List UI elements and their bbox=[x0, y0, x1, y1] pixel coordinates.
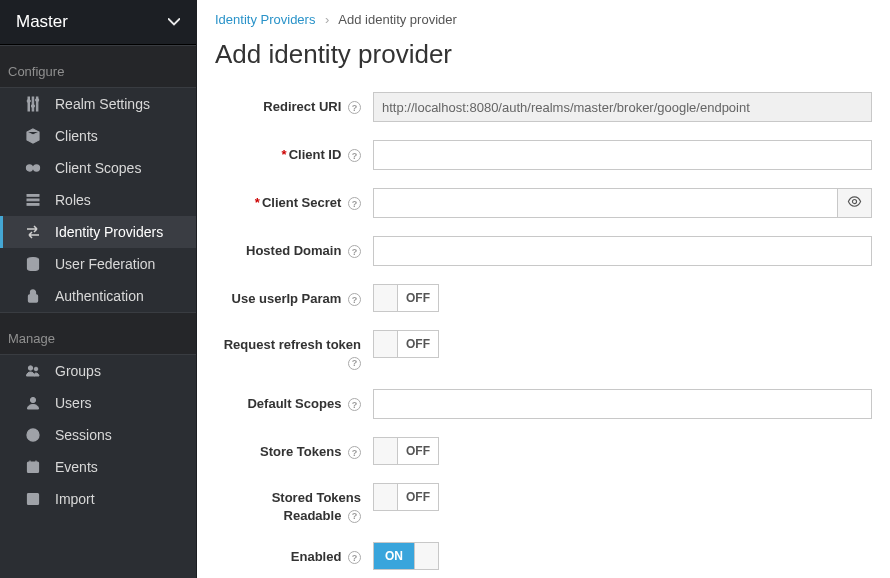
page-title: Add identity provider bbox=[215, 39, 872, 70]
calendar-icon bbox=[25, 459, 41, 475]
sidebar-item-client-scopes[interactable]: Client Scopes bbox=[0, 152, 196, 184]
use-userip-toggle[interactable]: OFF bbox=[373, 284, 439, 312]
enabled-toggle[interactable]: ON bbox=[373, 542, 439, 570]
redirect-uri-input[interactable] bbox=[373, 92, 872, 122]
svg-point-7 bbox=[34, 165, 40, 171]
group-icon bbox=[25, 363, 41, 379]
user-icon bbox=[25, 395, 41, 411]
main-content: Identity Providers › Add identity provid… bbox=[197, 0, 890, 578]
toggle-knob bbox=[374, 285, 398, 311]
lock-icon bbox=[25, 288, 41, 304]
sidebar-item-label: Users bbox=[55, 395, 92, 411]
svg-rect-12 bbox=[29, 295, 38, 302]
toggle-knob bbox=[374, 331, 398, 357]
sidebar-item-roles[interactable]: Roles bbox=[0, 184, 196, 216]
section-manage-title: Manage bbox=[0, 312, 196, 355]
sidebar-item-realm-settings[interactable]: Realm Settings bbox=[0, 88, 196, 120]
sidebar-item-label: Authentication bbox=[55, 288, 144, 304]
exchange-icon bbox=[25, 224, 41, 240]
help-icon[interactable]: ? bbox=[348, 149, 361, 162]
toggle-knob bbox=[374, 484, 398, 510]
database-icon bbox=[25, 256, 41, 272]
reveal-secret-button[interactable] bbox=[838, 188, 872, 218]
client-secret-input[interactable] bbox=[373, 188, 838, 218]
sidebar-item-label: Import bbox=[55, 491, 95, 507]
svg-rect-10 bbox=[27, 204, 39, 206]
toggle-knob bbox=[414, 543, 438, 569]
toggle-state: OFF bbox=[398, 331, 438, 357]
svg-point-6 bbox=[27, 165, 33, 171]
sidebar-item-user-federation[interactable]: User Federation bbox=[0, 248, 196, 280]
help-icon[interactable]: ? bbox=[348, 357, 361, 370]
sidebar-item-label: Identity Providers bbox=[55, 224, 163, 240]
sidebar: Master Configure Realm Settings Clients … bbox=[0, 0, 197, 578]
toggle-state: OFF bbox=[398, 484, 438, 510]
svg-rect-9 bbox=[27, 199, 39, 201]
svg-rect-8 bbox=[27, 195, 39, 197]
breadcrumb-current: Add identity provider bbox=[338, 12, 457, 27]
breadcrumb-parent-link[interactable]: Identity Providers bbox=[215, 12, 315, 27]
realm-name: Master bbox=[16, 12, 68, 32]
sidebar-item-identity-providers[interactable]: Identity Providers bbox=[0, 216, 196, 248]
sidebar-item-groups[interactable]: Groups bbox=[0, 355, 196, 387]
sidebar-item-import[interactable]: Import bbox=[0, 483, 196, 515]
help-icon[interactable]: ? bbox=[348, 551, 361, 564]
sidebar-item-label: Events bbox=[55, 459, 98, 475]
sidebar-item-label: Roles bbox=[55, 192, 91, 208]
svg-rect-17 bbox=[28, 462, 39, 473]
svg-point-13 bbox=[28, 366, 32, 370]
help-icon[interactable]: ? bbox=[348, 245, 361, 258]
breadcrumb-separator: › bbox=[325, 12, 329, 27]
help-icon[interactable]: ? bbox=[348, 398, 361, 411]
request-refresh-toggle[interactable]: OFF bbox=[373, 330, 439, 358]
hosted-domain-label: Hosted Domain ? bbox=[215, 236, 373, 260]
sidebar-item-label: User Federation bbox=[55, 256, 155, 272]
toggle-knob bbox=[374, 438, 398, 464]
sidebar-item-users[interactable]: Users bbox=[0, 387, 196, 419]
sidebar-item-label: Groups bbox=[55, 363, 101, 379]
svg-point-4 bbox=[31, 104, 34, 107]
sidebar-item-label: Sessions bbox=[55, 427, 112, 443]
store-tokens-label: Store Tokens ? bbox=[215, 437, 373, 461]
scopes-icon bbox=[25, 160, 41, 176]
client-secret-label: *Client Secret ? bbox=[215, 188, 373, 212]
realm-selector[interactable]: Master bbox=[0, 0, 196, 45]
toggle-state: OFF bbox=[398, 285, 438, 311]
sidebar-item-clients[interactable]: Clients bbox=[0, 120, 196, 152]
svg-point-15 bbox=[30, 397, 35, 402]
stored-tokens-readable-label: Stored Tokens Readable ? bbox=[215, 483, 373, 524]
help-icon[interactable]: ? bbox=[348, 101, 361, 114]
client-id-input[interactable] bbox=[373, 140, 872, 170]
svg-point-5 bbox=[36, 98, 39, 101]
eye-icon bbox=[847, 194, 862, 212]
svg-point-14 bbox=[34, 367, 38, 371]
help-icon[interactable]: ? bbox=[348, 510, 361, 523]
sidebar-item-label: Realm Settings bbox=[55, 96, 150, 112]
cube-icon bbox=[25, 128, 41, 144]
svg-point-19 bbox=[852, 199, 856, 203]
store-tokens-toggle[interactable]: OFF bbox=[373, 437, 439, 465]
sliders-icon bbox=[25, 96, 41, 112]
clock-icon bbox=[25, 427, 41, 443]
sidebar-item-label: Clients bbox=[55, 128, 98, 144]
sidebar-item-authentication[interactable]: Authentication bbox=[0, 280, 196, 312]
hosted-domain-input[interactable] bbox=[373, 236, 872, 266]
request-refresh-label: Request refresh token ? bbox=[215, 330, 373, 371]
breadcrumb: Identity Providers › Add identity provid… bbox=[215, 10, 872, 39]
help-icon[interactable]: ? bbox=[348, 293, 361, 306]
use-userip-label: Use userIp Param ? bbox=[215, 284, 373, 308]
help-icon[interactable]: ? bbox=[348, 197, 361, 210]
toggle-state: ON bbox=[374, 543, 414, 569]
svg-point-3 bbox=[27, 99, 30, 102]
chevron-down-icon bbox=[168, 15, 180, 29]
stored-tokens-readable-toggle[interactable]: OFF bbox=[373, 483, 439, 511]
default-scopes-label: Default Scopes ? bbox=[215, 389, 373, 413]
section-configure-title: Configure bbox=[0, 45, 196, 88]
sidebar-item-events[interactable]: Events bbox=[0, 451, 196, 483]
client-id-label: *Client ID ? bbox=[215, 140, 373, 164]
default-scopes-input[interactable] bbox=[373, 389, 872, 419]
enabled-label: Enabled ? bbox=[215, 542, 373, 566]
list-icon bbox=[25, 192, 41, 208]
sidebar-item-sessions[interactable]: Sessions bbox=[0, 419, 196, 451]
help-icon[interactable]: ? bbox=[348, 446, 361, 459]
